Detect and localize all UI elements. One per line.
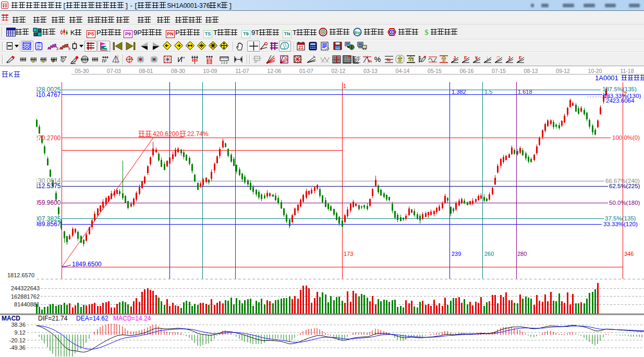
svg-text:01-07: 01-07: [299, 68, 313, 74]
svg-text:¤: ¤: [32, 59, 34, 64]
svg-text:05-15: 05-15: [428, 68, 442, 74]
svg-text:11-18: 11-18: [620, 68, 634, 74]
svg-text:07-15: 07-15: [492, 68, 506, 74]
svg-text:100.0%(0): 100.0%(0): [612, 134, 640, 141]
svg-text:04-14: 04-14: [396, 68, 410, 74]
svg-text:38.36: 38.36: [11, 322, 26, 328]
svg-text:DIF=21.74: DIF=21.74: [38, 315, 68, 322]
svg-text:07-03: 07-03: [107, 68, 121, 74]
svg-text:∟: ∟: [486, 55, 491, 60]
svg-text:Big: Big: [355, 31, 360, 35]
svg-text:137.5%(135): 137.5%(135): [602, 86, 637, 92]
svg-text:1: 1: [343, 83, 346, 89]
svg-text:05-30: 05-30: [75, 68, 89, 74]
svg-text:¥: ¥: [475, 55, 478, 60]
svg-text:2423.6064: 2423.6064: [606, 97, 635, 104]
svg-text:-49.36: -49.36: [9, 344, 26, 351]
svg-text:21: 21: [298, 45, 303, 50]
svg-text:-20.12: -20.12: [9, 337, 26, 343]
svg-text:%: %: [386, 57, 391, 63]
svg-text:62.5%(225): 62.5%(225): [609, 183, 640, 189]
svg-text:10-09: 10-09: [203, 68, 217, 74]
svg-text:33.33%(120): 33.33%(120): [603, 221, 638, 227]
svg-text:280: 280: [517, 251, 527, 257]
svg-text:DEA=14.62: DEA=14.62: [76, 315, 108, 322]
svg-text:22.74%: 22.74%: [187, 130, 209, 138]
svg-text:06-16: 06-16: [460, 68, 474, 74]
svg-text:3: 3: [56, 47, 58, 51]
svg-text:260: 260: [484, 251, 494, 257]
svg-text:420.6200: 420.6200: [153, 130, 179, 138]
svg-text:9.12: 9.12: [15, 329, 26, 336]
svg-text:346: 346: [624, 251, 634, 257]
svg-text:12-06: 12-06: [268, 68, 282, 74]
svg-text:1812.6570: 1812.6570: [7, 272, 34, 278]
svg-text:1.5: 1.5: [484, 89, 492, 95]
svg-text:$: $: [424, 28, 429, 36]
svg-text:81440881: 81440881: [14, 301, 40, 307]
svg-text:F: F: [519, 55, 522, 60]
svg-text:10-20: 10-20: [588, 68, 602, 74]
svg-text:J: J: [453, 55, 456, 60]
svg-text:162881762: 162881762: [11, 293, 40, 300]
svg-text:02-12: 02-12: [332, 68, 346, 74]
svg-text:F: F: [52, 58, 55, 64]
svg-text:239: 239: [452, 251, 461, 257]
svg-text:1 2 3: 1 2 3: [221, 61, 227, 64]
svg-text:□: □: [497, 55, 500, 60]
svg-text:J: J: [508, 55, 511, 60]
svg-text:50.0%(180): 50.0%(180): [609, 200, 640, 206]
svg-text:244322643: 244322643: [11, 285, 40, 291]
svg-text:1.618: 1.618: [518, 89, 532, 95]
svg-text:08-13: 08-13: [524, 68, 538, 74]
svg-text:1.382: 1.382: [452, 89, 466, 95]
svg-text:9: 9: [68, 47, 70, 51]
svg-text:2: 2: [624, 91, 627, 97]
svg-text:1A0001: 1A0001: [595, 74, 618, 82]
svg-text:173: 173: [344, 251, 353, 257]
svg-text:09-12: 09-12: [556, 68, 570, 74]
svg-text:MACD=14.24: MACD=14.24: [113, 315, 151, 322]
svg-text:11-07: 11-07: [235, 68, 249, 74]
svg-text:08-30: 08-30: [171, 68, 185, 74]
svg-text:03-13: 03-13: [363, 68, 378, 74]
svg-text:F: F: [464, 55, 467, 60]
svg-text:K: K: [9, 71, 13, 79]
svg-text:%: %: [369, 59, 372, 64]
svg-text:08-01: 08-01: [139, 68, 153, 74]
svg-text:¤: ¤: [42, 59, 44, 64]
svg-text:1849.6500: 1849.6500: [72, 261, 102, 268]
svg-text:MACD: MACD: [2, 315, 20, 322]
svg-text:%: %: [374, 55, 381, 64]
svg-text:n²: n²: [102, 58, 107, 64]
